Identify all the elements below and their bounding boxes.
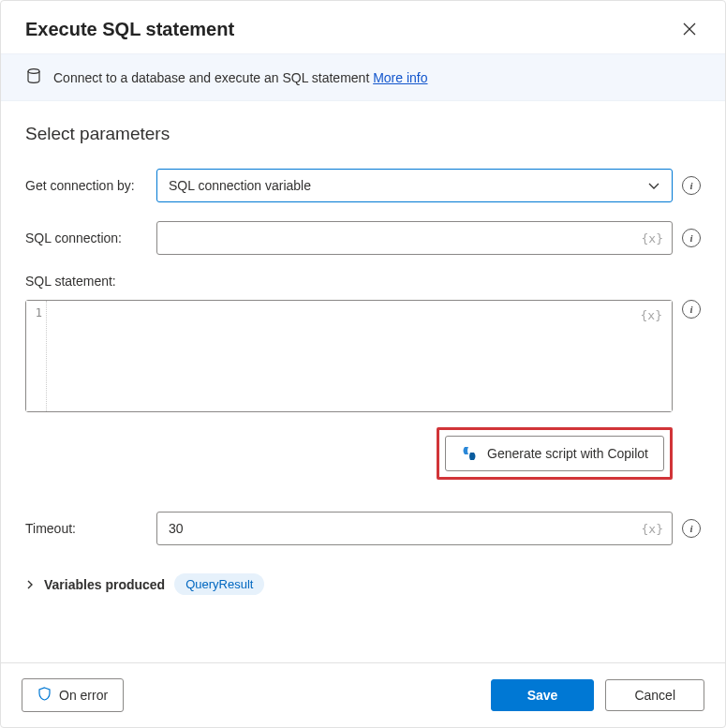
copilot-icon	[461, 445, 478, 462]
timeout-label: Timeout:	[25, 521, 147, 536]
dialog-content: Select parameters Get connection by: SQL…	[1, 101, 725, 662]
variables-produced-row[interactable]: Variables produced QueryResult	[25, 573, 701, 595]
sql-connection-label: SQL connection:	[25, 230, 147, 245]
get-connection-row: Get connection by: SQL connection variab…	[25, 169, 701, 202]
close-button[interactable]	[678, 18, 701, 40]
dialog-footer: On error Save Cancel	[1, 662, 725, 727]
variable-picker-icon: {x}	[641, 308, 662, 322]
on-error-button[interactable]: On error	[22, 678, 124, 712]
sql-statement-info-button[interactable]: i	[682, 300, 701, 319]
chevron-down-icon	[647, 179, 660, 192]
variables-produced-label: Variables produced	[44, 577, 165, 592]
banner-text: Connect to a database and execute an SQL…	[53, 70, 428, 85]
cancel-button[interactable]: Cancel	[605, 679, 704, 711]
database-icon	[25, 67, 42, 87]
info-banner: Connect to a database and execute an SQL…	[1, 53, 725, 101]
generate-highlight-box: Generate script with Copilot	[437, 427, 673, 480]
svg-point-0	[28, 69, 39, 74]
sql-connection-info-button[interactable]: i	[682, 229, 701, 247]
dialog-header: Execute SQL statement	[1, 1, 725, 53]
dialog-title: Execute SQL statement	[25, 19, 234, 40]
code-gutter: 1	[26, 301, 47, 411]
on-error-label: On error	[59, 688, 108, 703]
variable-badge-queryresult[interactable]: QueryResult	[174, 573, 264, 595]
timeout-row: Timeout: {x} i	[25, 512, 701, 545]
select-value: SQL connection variable	[169, 178, 311, 193]
sql-connection-row: SQL connection: {x} i	[25, 221, 701, 255]
sql-connection-input[interactable]	[156, 221, 673, 255]
section-title: Select parameters	[25, 124, 701, 144]
chevron-right-icon	[25, 577, 35, 592]
sql-statement-block: SQL statement: 1 {x} i	[25, 274, 701, 412]
get-connection-label: Get connection by:	[25, 178, 147, 193]
generate-copilot-button[interactable]: Generate script with Copilot	[445, 436, 664, 471]
timeout-input[interactable]	[156, 512, 673, 545]
sql-statement-label: SQL statement:	[25, 274, 701, 289]
generate-button-label: Generate script with Copilot	[487, 446, 648, 461]
save-button[interactable]: Save	[491, 679, 595, 711]
get-connection-info-button[interactable]: i	[682, 176, 701, 195]
shield-icon	[37, 687, 52, 704]
close-icon	[682, 22, 697, 37]
get-connection-select[interactable]: SQL connection variable	[156, 169, 673, 202]
generate-row: Generate script with Copilot	[25, 427, 701, 480]
sql-statement-textarea[interactable]	[47, 301, 672, 411]
timeout-info-button[interactable]: i	[682, 519, 701, 538]
footer-actions: Save Cancel	[491, 679, 704, 711]
more-info-link[interactable]: More info	[373, 70, 427, 85]
sql-statement-editor[interactable]: 1 {x}	[25, 300, 673, 412]
